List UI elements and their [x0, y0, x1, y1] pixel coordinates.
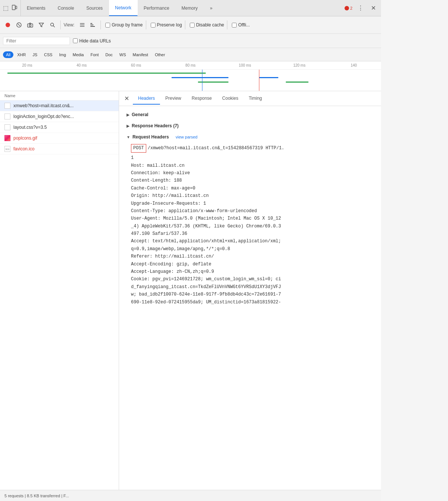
general-triangle-icon: ▶	[127, 113, 129, 117]
type-btn-manifest[interactable]: Manifest	[130, 51, 151, 58]
tab-bar: ⬚ Elements Console Sources Network Perfo…	[0, 0, 381, 16]
stop-button[interactable]	[14, 20, 24, 30]
file-item-4[interactable]: poplcons.gif	[0, 133, 119, 144]
file-item-3[interactable]: layout.css?v=3.5	[0, 122, 119, 133]
file-icon-3	[4, 124, 10, 130]
tab-performance[interactable]: Performance	[138, 0, 176, 16]
general-section-header[interactable]: ▶ General	[125, 109, 375, 120]
toolbar-divider-5	[227, 20, 227, 29]
type-btn-doc[interactable]: Doc	[102, 51, 116, 58]
tab-elements[interactable]: Elements	[21, 0, 52, 16]
panel-tab-preview[interactable]: Preview	[160, 93, 186, 105]
filter-input[interactable]	[3, 37, 70, 45]
type-btn-all[interactable]: All	[3, 51, 13, 58]
hide-data-urls-option[interactable]: Hide data URLs	[73, 38, 111, 44]
svg-line-9	[53, 26, 55, 27]
disable-cache-label[interactable]: Disable cache	[196, 22, 224, 28]
tab-more[interactable]: »	[204, 0, 219, 16]
timeline-label-100ms: 100 ms	[218, 63, 272, 67]
timeline-label-40ms: 40 ms	[54, 63, 109, 67]
type-btn-media[interactable]: Media	[70, 51, 87, 58]
group-by-frame-checkbox[interactable]	[105, 23, 110, 28]
timeline-vline-blue	[202, 70, 202, 91]
tab-memory[interactable]: Memory	[176, 0, 204, 16]
response-headers-triangle-icon: ▶	[127, 124, 129, 128]
close-button[interactable]: ✕	[369, 3, 378, 13]
type-btn-other[interactable]: Other	[152, 51, 168, 58]
panel-tab-response[interactable]: Response	[186, 93, 217, 105]
header-content-length: Content-Length: 188	[131, 177, 375, 184]
header-cookie-4: 690-11e8-92ed-072415955da9; UM_distincti…	[131, 299, 375, 306]
hide-data-urls-label: Hide data URLs	[79, 38, 111, 44]
file-icon-1	[4, 103, 10, 109]
cursor-icon[interactable]: ⬚	[3, 4, 9, 12]
panel-tab-timing[interactable]: Timing	[243, 93, 267, 105]
preserve-log-checkbox[interactable]	[151, 23, 156, 28]
svg-rect-13	[90, 23, 92, 24]
svg-point-7	[29, 25, 31, 26]
more-button[interactable]: ⋮	[355, 4, 366, 13]
camera-button[interactable]	[25, 20, 35, 30]
tab-sources[interactable]: Sources	[80, 0, 109, 16]
panel-tab-cookies[interactable]: Cookies	[217, 93, 243, 105]
timeline-bar-2	[7, 73, 205, 74]
record-button[interactable]	[3, 20, 13, 30]
search-button[interactable]	[48, 20, 57, 30]
device-icon[interactable]	[12, 4, 17, 12]
error-count: 2	[350, 6, 352, 10]
main-content: Name xmweb?host=mail.itcast.cn&... login…	[0, 91, 381, 490]
type-btn-img[interactable]: Img	[56, 51, 69, 58]
header-accept-encoding: Accept-Encoding: gzip, deflate	[131, 261, 375, 268]
tab-network[interactable]: Network	[109, 0, 138, 16]
type-btn-xhr[interactable]: XHR	[14, 51, 29, 58]
group-by-frame-label[interactable]: Group by frame	[112, 22, 143, 28]
request-headers-section-header[interactable]: ▼ Request Headers view parsed	[125, 131, 375, 143]
file-list: Name xmweb?host=mail.itcast.cn&... login…	[0, 91, 119, 490]
file-name-5: favicon.ico	[13, 146, 35, 151]
post-badge: POST	[131, 144, 146, 153]
filter-button[interactable]	[36, 20, 46, 30]
offline-checkbox[interactable]	[232, 23, 237, 28]
preserve-log-label[interactable]: Preserve log	[157, 22, 182, 28]
type-filter-bar: All XHR JS CSS Img Media Font Doc WS Man…	[0, 48, 381, 61]
view-waterfall-button[interactable]	[88, 20, 97, 30]
toolbar-divider-2	[100, 20, 101, 29]
timeline-bar-3	[172, 77, 229, 78]
view-parsed-link[interactable]: view parsed	[176, 135, 198, 139]
offline-label[interactable]: Offli...	[238, 22, 250, 28]
timeline-label-140: 140	[327, 63, 381, 67]
file-item-2[interactable]: loginAction_loginOpt.do?enc...	[0, 111, 119, 122]
disable-cache-checkbox[interactable]	[190, 23, 195, 28]
header-user-agent-1: User-Agent: Mozilla/5.0 (Macintosh; Inte…	[131, 215, 375, 222]
svg-rect-0	[12, 5, 15, 9]
timeline-vline-red	[259, 70, 259, 91]
svg-point-8	[51, 23, 54, 26]
panel-tab-headers[interactable]: Headers	[133, 93, 160, 105]
type-btn-js[interactable]: JS	[29, 51, 40, 58]
panel-close-button[interactable]: ✕	[121, 93, 133, 104]
type-btn-font[interactable]: Font	[87, 51, 102, 58]
header-cache-control: Cache-Control: max-age=0	[131, 185, 375, 192]
type-btn-ws[interactable]: WS	[116, 51, 129, 58]
timeline-label-60ms: 60 ms	[109, 63, 163, 67]
error-badge[interactable]: 2	[344, 6, 352, 11]
view-list-button[interactable]	[77, 20, 87, 30]
hide-data-urls-checkbox[interactable]	[73, 38, 78, 43]
header-cookie-3: w; bad_idb2f10070-624e-11e8-917f-9fb8db4…	[131, 291, 375, 298]
toolbar-divider-4	[185, 20, 185, 29]
file-item-5[interactable]: ico favicon.ico	[0, 144, 119, 154]
header-origin: Origin: http://mail.itcast.cn	[131, 192, 375, 200]
timeline-labels: 20 ms 40 ms 60 ms 80 ms 100 ms 120 ms 14…	[0, 61, 381, 70]
toolbar-divider-3	[146, 20, 146, 29]
timeline-label-120ms: 120 ms	[272, 63, 326, 67]
request-line-continuation: 1	[131, 154, 375, 162]
file-item-1[interactable]: xmweb?host=mail.itcast.cn&...	[0, 100, 119, 111]
header-user-agent-3: 497.100 Safari/537.36	[131, 230, 375, 237]
view-label: View:	[64, 22, 74, 28]
header-content-type: Content-Type: application/x-www-form-url…	[131, 207, 375, 215]
type-btn-css[interactable]: CSS	[41, 51, 55, 58]
file-name-3: layout.css?v=3.5	[13, 125, 47, 130]
response-headers-section-header[interactable]: ▶ Response Headers (7)	[125, 120, 375, 131]
tab-console[interactable]: Console	[52, 0, 80, 16]
file-icon-ico: ico	[4, 146, 10, 152]
